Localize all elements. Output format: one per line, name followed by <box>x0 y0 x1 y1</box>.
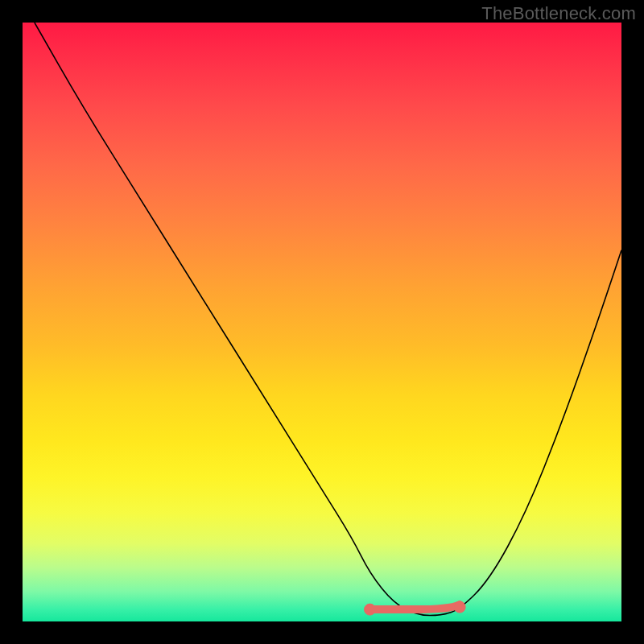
chart-svg <box>23 23 621 621</box>
chart-container: TheBottleneck.com <box>0 0 644 644</box>
watermark-text: TheBottleneck.com <box>481 3 636 24</box>
bottleneck-curve <box>35 23 621 616</box>
optimal-end-marker <box>454 601 465 613</box>
plot-area <box>23 23 621 621</box>
optimal-range-line <box>370 605 460 609</box>
